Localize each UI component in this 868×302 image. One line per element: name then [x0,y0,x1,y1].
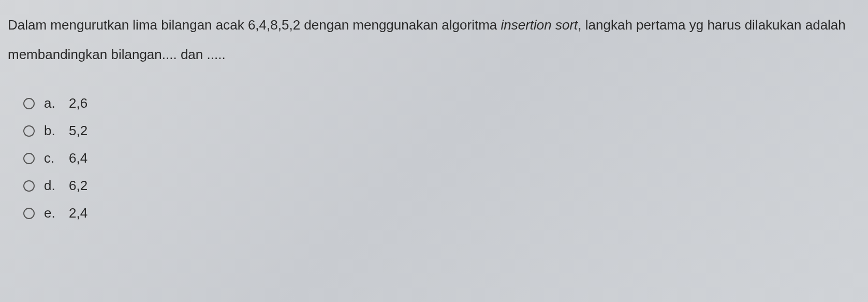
option-b[interactable]: b. 5,2 [23,123,860,139]
option-letter: b. [44,123,60,139]
radio-icon[interactable] [23,180,35,192]
option-letter: c. [44,150,60,166]
option-value: 6,4 [69,150,87,166]
option-c[interactable]: c. 6,4 [23,150,860,166]
radio-icon[interactable] [23,208,35,219]
option-e[interactable]: e. 2,4 [23,205,860,221]
option-letter: a. [44,95,60,111]
question-italic: insertion sort [501,17,578,33]
option-letter: d. [44,178,60,194]
option-value: 6,2 [69,178,87,194]
option-a[interactable]: a. 2,6 [23,95,860,111]
option-value: 2,4 [69,205,87,221]
radio-icon[interactable] [23,125,35,137]
option-letter: e. [44,205,60,221]
radio-icon[interactable] [23,153,35,164]
option-value: 2,6 [69,95,87,111]
radio-icon[interactable] [23,98,35,109]
option-d[interactable]: d. 6,2 [23,178,860,194]
option-value: 5,2 [69,123,87,139]
question-text: Dalam mengurutkan lima bilangan acak 6,4… [8,10,860,69]
question-part1: Dalam mengurutkan lima bilangan acak 6,4… [8,17,501,33]
options-list: a. 2,6 b. 5,2 c. 6,4 d. 6,2 e. 2,4 [8,95,860,221]
